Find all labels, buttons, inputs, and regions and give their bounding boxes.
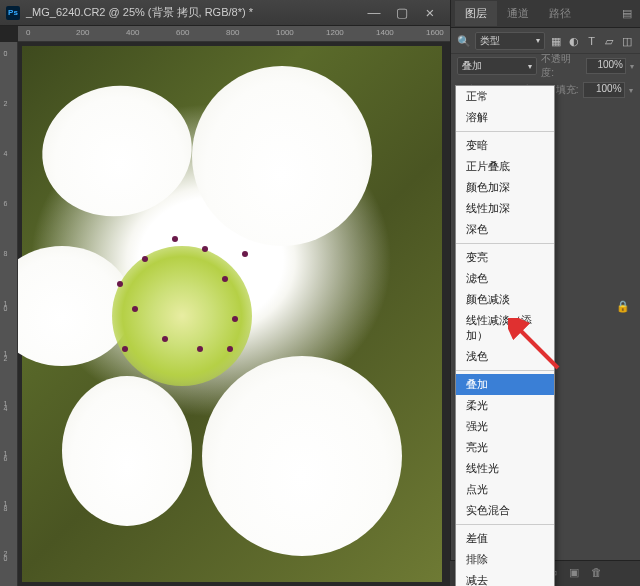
blend-mode-dropdown: 正常 溶解 变暗 正片叠底 颜色加深 线性加深 深色 变亮 滤色 颜色减淡 线性… (455, 85, 555, 586)
tab-layers[interactable]: 图层 (455, 1, 497, 26)
blend-row: 叠加▾ 不透明度: 100% ▾ (451, 54, 640, 78)
document-title: _MG_6240.CR2 @ 25% (背景 拷贝, RGB/8*) * (26, 5, 360, 20)
search-icon: 🔍 (457, 33, 471, 49)
blend-mode-select[interactable]: 叠加▾ (457, 57, 537, 75)
blend-option[interactable]: 排除 (456, 549, 554, 570)
document-window: Ps _MG_6240.CR2 @ 25% (背景 拷贝, RGB/8*) * … (0, 0, 450, 586)
maximize-button[interactable]: ▢ (388, 3, 416, 23)
tab-paths[interactable]: 路径 (539, 1, 581, 26)
image-content (22, 46, 442, 582)
blend-option[interactable]: 变暗 (456, 135, 554, 156)
filter-type-select[interactable]: 类型▾ (475, 32, 545, 50)
blend-option[interactable]: 变亮 (456, 247, 554, 268)
ruler-vertical: 0 2 4 6 8 10 12 14 16 18 20 (0, 42, 18, 586)
photoshop-icon: Ps (6, 6, 20, 20)
document-titlebar: Ps _MG_6240.CR2 @ 25% (背景 拷贝, RGB/8*) * … (0, 0, 450, 26)
filter-smart-icon[interactable]: ◫ (620, 33, 634, 49)
ruler-horizontal: 0 200 400 600 800 1000 1200 1400 1600 (18, 26, 450, 42)
tab-channels[interactable]: 通道 (497, 1, 539, 26)
chevron-down-icon[interactable]: ▾ (629, 86, 633, 95)
blend-option[interactable]: 点光 (456, 479, 554, 500)
blend-option[interactable]: 减去 (456, 570, 554, 586)
close-button[interactable]: × (416, 3, 444, 23)
chevron-down-icon: ▾ (536, 36, 540, 45)
fill-input[interactable]: 100% (583, 82, 625, 98)
panel-tabs: 图层 通道 路径 ▤ (451, 0, 640, 28)
chevron-down-icon[interactable]: ▾ (630, 62, 634, 71)
blend-option[interactable]: 正常 (456, 86, 554, 107)
blend-option-selected[interactable]: 叠加 (456, 374, 554, 395)
blend-option[interactable]: 溶解 (456, 107, 554, 128)
blend-option[interactable]: 深色 (456, 219, 554, 240)
chevron-down-icon: ▾ (528, 62, 532, 71)
blend-option[interactable]: 线性光 (456, 458, 554, 479)
blend-option[interactable]: 颜色减淡 (456, 289, 554, 310)
new-layer-icon[interactable]: ▣ (566, 566, 582, 582)
filter-adjust-icon[interactable]: ◐ (567, 33, 581, 49)
blend-option[interactable]: 强光 (456, 416, 554, 437)
lock-icon: 🔒 (616, 300, 630, 313)
blend-option[interactable]: 滤色 (456, 268, 554, 289)
filter-pixel-icon[interactable]: ▦ (549, 33, 563, 49)
panel-menu-icon[interactable]: ▤ (618, 7, 636, 20)
blend-option[interactable]: 线性加深 (456, 198, 554, 219)
minimize-button[interactable]: — (360, 3, 388, 23)
blend-option[interactable]: 线性减淡（添加） (456, 310, 554, 346)
delete-icon[interactable]: 🗑 (588, 566, 604, 582)
filter-shape-icon[interactable]: ▱ (602, 33, 616, 49)
canvas[interactable] (18, 42, 450, 586)
opacity-label: 不透明度: (541, 52, 582, 80)
blend-option[interactable]: 柔光 (456, 395, 554, 416)
blend-option[interactable]: 浅色 (456, 346, 554, 367)
blend-option[interactable]: 差值 (456, 528, 554, 549)
blend-option[interactable]: 颜色加深 (456, 177, 554, 198)
fill-label: 填充: (556, 83, 579, 97)
blend-option[interactable]: 实色混合 (456, 500, 554, 521)
blend-option[interactable]: 正片叠底 (456, 156, 554, 177)
filter-row: 🔍 类型▾ ▦ ◐ T ▱ ◫ (451, 28, 640, 54)
blend-option[interactable]: 亮光 (456, 437, 554, 458)
filter-type-icon[interactable]: T (585, 33, 599, 49)
opacity-input[interactable]: 100% (586, 58, 626, 74)
